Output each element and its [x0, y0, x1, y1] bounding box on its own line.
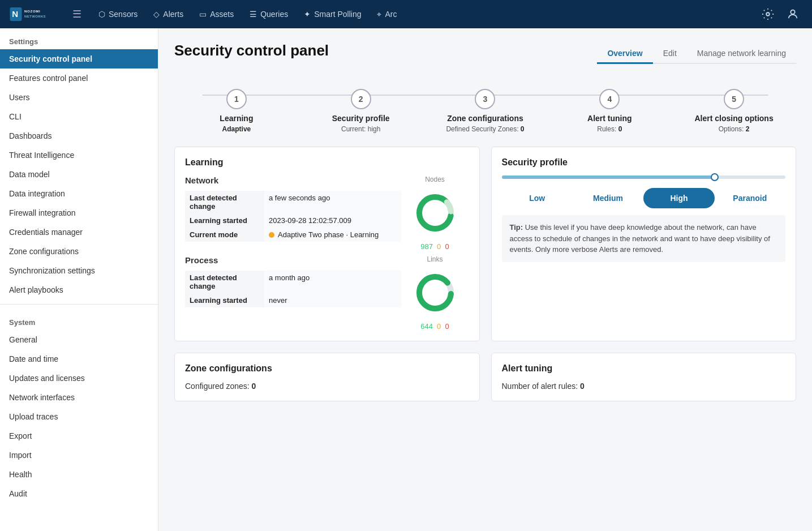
alerts-icon: ◇: [153, 10, 160, 19]
step-4-circle[interactable]: 4: [599, 89, 620, 109]
profile-btn-high[interactable]: High: [643, 188, 714, 208]
assets-icon: ▭: [199, 10, 207, 19]
learning-network-left: Network Last detected change a few secon…: [185, 175, 401, 251]
topnav: N NOZOMI NETWORKS ☰ ⬡ Sensors ◇ Alerts ▭…: [0, 0, 812, 28]
step-3: 3 Zone configurations Defined Security Z…: [423, 89, 548, 133]
sidebar-item-export[interactable]: Export: [0, 426, 158, 446]
sidebar-item-audit[interactable]: Audit: [0, 484, 158, 503]
sidebar-item-users[interactable]: Users: [0, 88, 158, 107]
main-content: Security control panel Overview Edit Man…: [158, 28, 812, 531]
zone-config-label: Configured zones:: [185, 382, 250, 391]
profile-btn-paranoid[interactable]: Paranoid: [715, 188, 785, 208]
sidebar-item-cli[interactable]: CLI: [0, 107, 158, 126]
sidebar-item-date-and-time[interactable]: Date and time: [0, 349, 158, 369]
step-3-sub: Defined Security Zones: 0: [446, 125, 524, 133]
queries-icon: ☰: [250, 10, 257, 19]
zone-config-title: Zone configurations: [185, 363, 469, 374]
topnav-right: [758, 4, 803, 24]
nav-queries[interactable]: ☰ Queries: [243, 6, 295, 22]
step-3-circle[interactable]: 3: [475, 89, 495, 109]
sidebar-item-import[interactable]: Import: [0, 446, 158, 465]
svg-text:N: N: [12, 9, 18, 19]
stepper: 1 Learning Adaptive 2 Security profile C…: [174, 78, 796, 147]
alert-tuning-label: Number of alert rules:: [502, 382, 578, 391]
row-value: 2023-09-28 12:02:57.009: [264, 213, 401, 228]
tab-manage-network-learning[interactable]: Manage network learning: [687, 44, 796, 64]
nodes-label: Nodes: [425, 175, 445, 183]
nav-smart-polling[interactable]: ✦ Smart Polling: [297, 6, 368, 22]
sidebar-item-updates-and-licenses[interactable]: Updates and licenses: [0, 369, 158, 388]
row-label: Learning started: [185, 293, 264, 307]
sidebar-item-health[interactable]: Health: [0, 465, 158, 484]
step-1-circle[interactable]: 1: [226, 89, 247, 109]
current-mode-value: Adaptive Two phase · Learning: [269, 230, 397, 239]
nav-assets[interactable]: ▭ Assets: [192, 6, 240, 22]
sidebar-item-dashboards[interactable]: Dashboards: [0, 126, 158, 145]
tip-label: Tip:: [510, 223, 523, 232]
settings-section-title: Settings: [0, 28, 158, 49]
step-1-title: Learning: [220, 114, 253, 123]
profile-icon-button[interactable]: [783, 4, 803, 24]
step-2-sub-value: high: [368, 125, 381, 133]
step-2-sub: Current: high: [341, 125, 380, 133]
sidebar-item-synchronization-settings[interactable]: Synchronization settings: [0, 261, 158, 280]
security-profile-title: Security profile: [502, 157, 786, 168]
step-2-sub-label: Current:: [341, 125, 366, 133]
tab-overview[interactable]: Overview: [597, 44, 652, 64]
sidebar-item-network-interfaces[interactable]: Network interfaces: [0, 388, 158, 407]
process-section-title: Process: [185, 255, 401, 265]
sidebar-item-data-integration[interactable]: Data integration: [0, 184, 158, 203]
alert-tuning-value: 0: [580, 382, 585, 391]
nav-queries-label: Queries: [260, 10, 288, 19]
process-table: Last detected change a month ago Learnin…: [185, 271, 401, 307]
learning-network-right: Nodes 987 0 0: [401, 175, 469, 251]
cards-grid: Learning Network Last detected change a …: [174, 147, 796, 401]
mode-dot-icon: [269, 232, 274, 238]
nav-alerts[interactable]: ◇ Alerts: [147, 6, 190, 22]
sidebar-item-credentials-manager[interactable]: Credentials manager: [0, 222, 158, 242]
network-section-title: Network: [185, 175, 401, 185]
page-title: Security control panel: [174, 42, 329, 59]
page-header: Security control panel Overview Edit Man…: [174, 42, 796, 64]
profile-btn-low[interactable]: Low: [502, 188, 573, 208]
alert-tuning-text: Number of alert rules: 0: [502, 382, 786, 391]
svg-point-4: [766, 12, 770, 16]
step-1-sub: Adaptive: [222, 125, 251, 133]
sidebar-item-zone-configurations[interactable]: Zone configurations: [0, 242, 158, 261]
slider-thumb[interactable]: [711, 173, 719, 181]
row-label: Learning started: [185, 213, 264, 228]
step-4: 4 Alert tuning Rules: 0: [547, 89, 672, 133]
nav-arc[interactable]: ⌖ Arc: [370, 6, 403, 23]
sidebar-item-features-control-panel[interactable]: Features control panel: [0, 68, 158, 88]
logo[interactable]: N NOZOMI NETWORKS: [9, 4, 60, 24]
nav-sensors[interactable]: ⬡ Sensors: [92, 6, 144, 22]
step-5-circle[interactable]: 5: [724, 89, 744, 109]
sidebar-item-security-control-panel[interactable]: Security control panel: [0, 49, 158, 68]
hamburger-icon[interactable]: ☰: [69, 5, 85, 24]
tab-edit[interactable]: Edit: [653, 44, 687, 64]
step-3-sub-label: Defined Security Zones:: [446, 125, 518, 133]
step-4-sub: Rules: 0: [597, 125, 622, 133]
step-2-circle[interactable]: 2: [351, 89, 371, 109]
alert-tuning-card: Alert tuning Number of alert rules: 0: [491, 353, 797, 401]
sensors-icon: ⬡: [98, 10, 105, 19]
sidebar-item-threat-intelligence[interactable]: Threat Intelligence: [0, 145, 158, 165]
nodes-stats: 987 0 0: [420, 242, 449, 251]
sidebar-item-upload-traces[interactable]: Upload traces: [0, 407, 158, 426]
settings-icon-button[interactable]: [758, 4, 778, 24]
step-5-sub-value: 2: [746, 125, 750, 133]
nav-assets-label: Assets: [210, 10, 234, 19]
smart-polling-icon: ✦: [304, 10, 311, 19]
sidebar-item-alert-playbooks[interactable]: Alert playbooks: [0, 280, 158, 299]
sidebar-item-data-model[interactable]: Data model: [0, 165, 158, 184]
nav-sensors-label: Sensors: [109, 10, 138, 19]
nav-arc-label: Arc: [385, 10, 397, 19]
sidebar-item-general[interactable]: General: [0, 330, 158, 349]
arc-icon: ⌖: [377, 10, 381, 19]
learning-process-left: Process Last detected change a month ago…: [185, 255, 401, 331]
step-5: 5 Alert closing options Options: 2: [672, 89, 796, 133]
sidebar-item-firewall-integration[interactable]: Firewall integration: [0, 203, 158, 222]
profile-btn-medium[interactable]: Medium: [573, 188, 643, 208]
zone-config-value: 0: [252, 382, 256, 391]
links-label: Links: [427, 255, 442, 263]
